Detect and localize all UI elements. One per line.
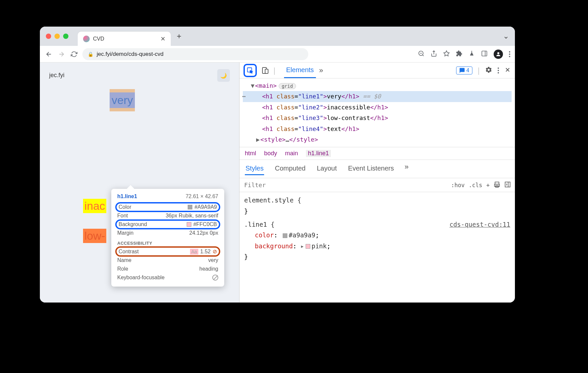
svg-rect-2: [482, 51, 487, 56]
favicon-icon: [83, 36, 90, 42]
tooltip-font-row: Font 36px Rubik, sans-serif: [117, 211, 218, 220]
tooltip-selector: h1.line1: [117, 193, 137, 199]
svg-rect-7: [265, 69, 268, 73]
devtools-menu-button[interactable]: [498, 67, 499, 73]
tab-computed[interactable]: Computed: [274, 163, 306, 175]
browser-menu-button[interactable]: [509, 51, 510, 57]
color-swatch-icon[interactable]: [283, 233, 287, 238]
tooltip-a11y-header: ACCESSIBILITY: [117, 241, 218, 246]
bookmark-icon[interactable]: [443, 50, 450, 58]
crumb-html[interactable]: html: [245, 150, 256, 157]
minimize-window-button[interactable]: [54, 34, 60, 39]
browser-tab[interactable]: CVD ✕: [78, 32, 171, 46]
styles-tabs: Styles Computed Layout Event Listeners »: [240, 160, 515, 178]
warning-icon: ⊘: [213, 248, 217, 255]
cls-button[interactable]: .cls: [469, 182, 482, 188]
tooltip-dimensions: 72.61 × 42.67: [186, 193, 218, 199]
panel-icon[interactable]: [481, 50, 488, 58]
tooltip-role-row: Role heading: [117, 265, 218, 273]
url-text: jec.fyi/demo/cds-quest-cvd: [97, 51, 163, 58]
maximize-window-button[interactable]: [63, 34, 68, 39]
tab-event-listeners[interactable]: Event Listeners: [347, 163, 395, 175]
tab-elements[interactable]: Elements: [284, 63, 316, 78]
source-link[interactable]: cds-quest-cvd:11: [449, 219, 510, 230]
aa-badge-icon: Aa: [190, 249, 198, 255]
crumb-body[interactable]: body: [264, 150, 277, 157]
chat-icon: [459, 67, 465, 73]
demo-line1[interactable]: very: [110, 92, 135, 108]
no-icon: [212, 275, 218, 281]
hov-button[interactable]: :hov: [451, 182, 465, 188]
tooltip-contrast-row: Contrast Aa1.52⊘: [115, 246, 220, 257]
tab-styles[interactable]: Styles: [245, 163, 264, 175]
tab-title: CVD: [93, 36, 157, 42]
address-bar[interactable]: 🔒 jec.fyi/demo/cds-quest-cvd: [82, 48, 308, 60]
css-prop-color[interactable]: color: #a9a9a9;: [244, 230, 510, 240]
devtools-header: | Elements » 4 |: [240, 62, 515, 78]
breadcrumb: html body main h1.line1: [240, 147, 515, 160]
bg-swatch-icon: [187, 222, 191, 227]
tooltip-margin-row: Margin 24.12px 0px: [117, 229, 218, 237]
css-rules[interactable]: element.style { } .line1 {cds-quest-cvd:…: [240, 192, 515, 265]
svg-rect-8: [495, 182, 499, 184]
webpage-viewport: jec.fyi 🌙 very inac low- h1.line1 72.61 …: [40, 62, 239, 303]
browser-toolbar: 🔒 jec.fyi/demo/cds-quest-cvd: [40, 46, 515, 62]
tooltip-kbd-row: Keyboard-focusable: [117, 273, 218, 282]
profile-avatar[interactable]: [494, 50, 503, 59]
crumb-h1[interactable]: h1.line1: [306, 150, 331, 157]
demo-line3: low-: [83, 229, 106, 243]
dom-h1-line3[interactable]: <h1 class="line3">low-contrast</h1>: [243, 113, 512, 123]
more-styles-tabs[interactable]: »: [405, 163, 409, 175]
dom-h1-line4[interactable]: <h1 class="line4">text</h1>: [243, 124, 512, 134]
tooltip-name-row: Name very: [117, 256, 218, 265]
labs-icon[interactable]: [468, 50, 475, 58]
reload-button[interactable]: [70, 50, 78, 59]
crumb-main[interactable]: main: [285, 150, 298, 157]
forward-button[interactable]: [57, 50, 66, 59]
devtools-panel: | Elements » 4 | ▼<main>grid: [239, 62, 515, 303]
new-rule-button[interactable]: +: [486, 182, 490, 188]
tooltip-color-row: Color #A9A9A9: [115, 202, 220, 212]
color-swatch-icon: [188, 205, 192, 209]
svg-marker-1: [444, 51, 449, 56]
grid-badge[interactable]: grid: [279, 83, 296, 89]
panel-toggle-button[interactable]: [504, 181, 511, 189]
extensions-icon[interactable]: [456, 50, 462, 58]
devtools-close-button[interactable]: [504, 66, 511, 74]
demo-line1-highlight: very: [110, 89, 135, 111]
svg-rect-11: [505, 182, 510, 187]
settings-button[interactable]: [485, 66, 492, 75]
dom-tree[interactable]: ▼<main>grid <h1 class="line1">very</h1> …: [240, 78, 515, 147]
more-tabs-button[interactable]: »: [319, 66, 323, 75]
dom-h1-line2[interactable]: <h1 class="line2">inaccessible</h1>: [243, 102, 512, 113]
svg-point-4: [497, 52, 499, 54]
demo-line2: inac: [83, 199, 106, 213]
close-window-button[interactable]: [46, 34, 51, 39]
site-name: jec.fyi: [49, 72, 64, 79]
dom-main[interactable]: ▼<main>grid: [243, 80, 512, 91]
bg-swatch-icon[interactable]: [306, 244, 310, 249]
device-toggle-button[interactable]: [260, 65, 270, 75]
filter-input[interactable]: [240, 178, 447, 192]
issues-button[interactable]: 4: [456, 66, 472, 74]
new-tab-button[interactable]: +: [177, 32, 181, 41]
dark-mode-toggle[interactable]: 🌙: [217, 69, 230, 82]
window-controls: [46, 34, 68, 39]
back-button[interactable]: [45, 50, 53, 59]
inspect-button[interactable]: [244, 64, 257, 77]
dom-style[interactable]: ▶<style>…</style>: [243, 134, 512, 145]
zoom-icon[interactable]: [418, 50, 425, 58]
dom-h1-line1[interactable]: <h1 class="line1">very</h1> == $0: [243, 91, 512, 102]
lock-icon: 🔒: [88, 52, 93, 57]
close-tab-button[interactable]: ✕: [160, 35, 165, 43]
css-prop-background[interactable]: background: ▸pink;: [244, 241, 510, 251]
titlebar: CVD ✕ + ⌄: [40, 27, 515, 46]
print-media-button[interactable]: [494, 181, 500, 189]
tab-layout[interactable]: Layout: [316, 163, 338, 175]
filter-bar: :hov .cls +: [240, 178, 515, 192]
browser-window: CVD ✕ + ⌄ 🔒 jec.fyi/demo/cds-quest-cvd j…: [40, 27, 515, 303]
tooltip-bg-row: Background #FFC0CB: [115, 219, 220, 229]
tab-list-button[interactable]: ⌄: [503, 32, 509, 41]
share-icon[interactable]: [431, 50, 437, 58]
element-tooltip: h1.line1 72.61 × 42.67 Color #A9A9A9 Fon…: [111, 189, 224, 287]
